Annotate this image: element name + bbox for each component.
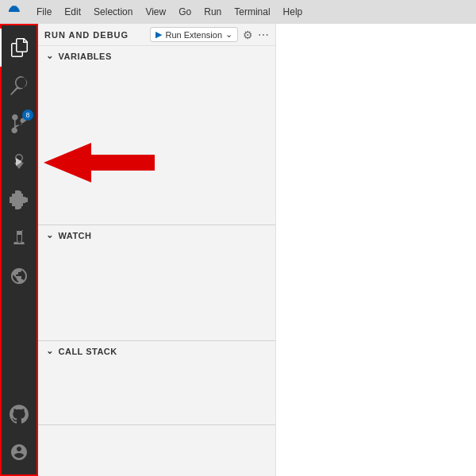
watch-section-header[interactable]: ⌄ WATCH bbox=[38, 225, 275, 245]
watch-chevron: ⌄ bbox=[46, 230, 54, 240]
activity-search[interactable] bbox=[0, 67, 38, 105]
call-stack-section-header[interactable]: ⌄ CALL STACK bbox=[38, 341, 275, 361]
call-stack-label: CALL STACK bbox=[59, 347, 117, 356]
menu-view[interactable]: View bbox=[145, 6, 166, 17]
activity-accounts[interactable] bbox=[0, 433, 38, 471]
debug-panel: RUN AND DEBUG ▶ Run Extension ⌄ ⚙ ⋯ ⌄ VA… bbox=[38, 24, 276, 476]
activity-testing[interactable] bbox=[0, 219, 38, 257]
menu-help[interactable]: Help bbox=[283, 6, 303, 17]
run-config-selector[interactable]: ▶ Run Extension ⌄ bbox=[150, 27, 238, 42]
settings-icon[interactable]: ⚙ bbox=[243, 29, 253, 41]
main-layout: 8 bbox=[0, 24, 476, 476]
more-icon[interactable]: ⋯ bbox=[258, 29, 269, 41]
variables-chevron: ⌄ bbox=[46, 51, 54, 61]
svg-marker-2 bbox=[44, 143, 155, 182]
debug-panel-title: RUN AND DEBUG bbox=[44, 30, 145, 40]
menu-run[interactable]: Run bbox=[204, 6, 221, 17]
call-stack-section: ⌄ CALL STACK bbox=[38, 341, 275, 425]
activity-explorer[interactable] bbox=[0, 29, 38, 67]
annotation-arrow bbox=[44, 139, 155, 190]
menu-selection[interactable]: Selection bbox=[94, 6, 132, 17]
run-config-chevron: ⌄ bbox=[225, 29, 232, 40]
variables-section: ⌄ VARIABLES bbox=[38, 46, 275, 225]
menu-go[interactable]: Go bbox=[178, 6, 191, 17]
editor-area bbox=[276, 24, 476, 476]
call-stack-chevron: ⌄ bbox=[46, 346, 54, 356]
menu-bar: File Edit Selection View Go Run Terminal… bbox=[36, 6, 302, 17]
run-config-label: Run Extension bbox=[165, 30, 222, 40]
menu-edit[interactable]: Edit bbox=[64, 6, 81, 17]
activity-extensions[interactable] bbox=[0, 181, 38, 219]
activity-source-control[interactable]: 8 bbox=[0, 105, 38, 143]
watch-label: WATCH bbox=[59, 231, 92, 240]
source-control-badge: 8 bbox=[22, 109, 33, 121]
menu-file[interactable]: File bbox=[36, 6, 52, 17]
call-stack-content bbox=[38, 361, 275, 424]
activity-github[interactable] bbox=[0, 395, 38, 433]
activity-remote[interactable] bbox=[0, 257, 38, 295]
variables-section-header[interactable]: ⌄ VARIABLES bbox=[38, 46, 275, 66]
debug-toolbar: RUN AND DEBUG ▶ Run Extension ⌄ ⚙ ⋯ bbox=[38, 24, 275, 46]
run-icon: ▶ bbox=[155, 29, 162, 40]
red-arrow-icon bbox=[44, 139, 155, 186]
variables-label: VARIABLES bbox=[59, 52, 112, 61]
svg-rect-1 bbox=[17, 191, 21, 209]
activity-bar: 8 bbox=[0, 24, 38, 476]
title-bar: ⯊ File Edit Selection View Go Run Termin… bbox=[0, 0, 476, 24]
menu-terminal[interactable]: Terminal bbox=[234, 6, 270, 17]
vscode-logo: ⯊ bbox=[8, 5, 21, 19]
activity-run-debug[interactable] bbox=[0, 143, 38, 181]
watch-content bbox=[38, 245, 275, 340]
watch-section: ⌄ WATCH bbox=[38, 225, 275, 341]
